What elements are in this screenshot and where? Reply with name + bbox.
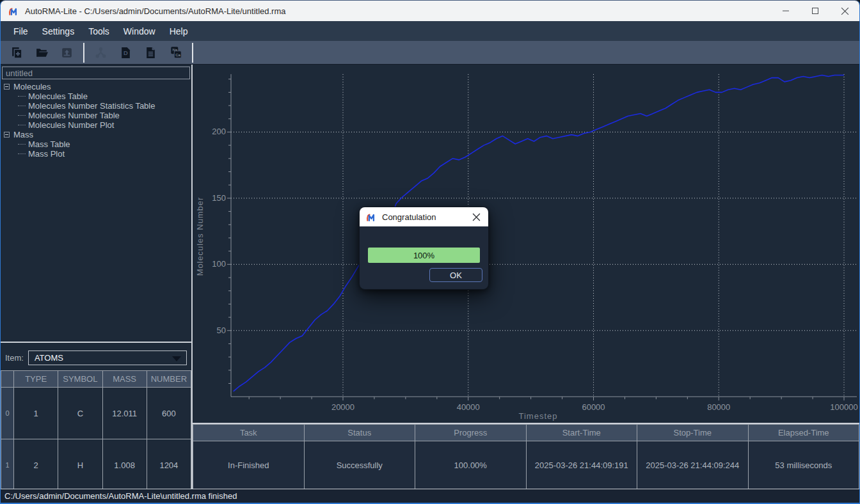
- atoms-col-type: TYPE: [14, 371, 58, 388]
- task-status-table: TaskStatusProgressStart-TimeStop-TimeEla…: [193, 424, 859, 489]
- svg-text:100: 100: [212, 259, 226, 269]
- atoms-cell: 1.008: [102, 439, 147, 491]
- atoms-col-number: NUMBER: [147, 371, 191, 388]
- task-col-task: Task: [193, 425, 305, 441]
- progress-bar: 100%: [368, 248, 480, 263]
- tree-item-mass[interactable]: Mass: [1, 130, 191, 139]
- window-title: AutoRMA-Lite - C:/Users/admin/Documents/…: [25, 6, 285, 16]
- menu-item-tools[interactable]: Tools: [81, 24, 116, 39]
- tree-item-mass-plot[interactable]: Mass Plot: [1, 149, 191, 159]
- item-dropdown-value: ATOMS: [35, 353, 63, 363]
- window-close-button[interactable]: [830, 1, 859, 21]
- menu-item-window[interactable]: Window: [116, 24, 163, 39]
- tree-item-molecules-number-table[interactable]: Molecules Number Table: [1, 111, 191, 120]
- atoms-cell: 1: [14, 388, 58, 439]
- ok-button[interactable]: OK: [429, 268, 482, 282]
- open-folder-button[interactable]: [32, 43, 52, 62]
- atoms-table: TYPESYMBOLMASSNUMBER 01C12.01160012H1.00…: [1, 370, 191, 491]
- row-index: 1: [1, 439, 14, 491]
- atoms-col-symbol: SYMBOL: [58, 371, 102, 388]
- task-cell: 2025-03-26 21:44:09:191: [526, 441, 637, 489]
- molecules-number-plot-area: 2000040000600008000010000050100150200Tim…: [193, 65, 859, 423]
- svg-text:100000: 100000: [830, 402, 857, 412]
- svg-text:20000: 20000: [331, 402, 354, 412]
- d-file-button[interactable]: D: [116, 43, 136, 62]
- svg-text:40000: 40000: [457, 402, 480, 412]
- status-message: C:/Users/admin/Documents/AutoRMA-Lite\un…: [4, 491, 237, 501]
- maximize-icon: [811, 7, 819, 15]
- svg-text:200: 200: [212, 127, 226, 136]
- elements-button[interactable]: NaCa: [166, 43, 186, 62]
- new-file-icon: [10, 46, 24, 59]
- task-table-header-row: TaskStatusProgressStart-TimeStop-TimeEla…: [193, 425, 859, 441]
- svg-text:150: 150: [212, 193, 226, 203]
- svg-text:Timestep: Timestep: [519, 411, 558, 421]
- import-icon: [60, 46, 74, 59]
- report-button[interactable]: [141, 43, 161, 62]
- item-select-row: Item: ATOMS: [1, 343, 191, 370]
- task-cell: 2025-03-26 21:44:09:244: [637, 441, 749, 489]
- tree-item-molecules-table[interactable]: Molecules Table: [1, 91, 191, 101]
- import-button: [57, 43, 77, 62]
- toolbar-separator: [192, 43, 193, 63]
- atoms-cell: H: [58, 439, 102, 491]
- app-logo-icon: [8, 6, 19, 17]
- svg-text:60000: 60000: [582, 402, 605, 412]
- collapse-icon[interactable]: [4, 132, 10, 138]
- task-col-stop-time: Stop-Time: [637, 425, 749, 441]
- menu-item-settings[interactable]: Settings: [35, 24, 82, 39]
- title-bar: AutoRMA-Lite - C:/Users/admin/Documents/…: [1, 1, 859, 21]
- collapse-icon[interactable]: [4, 84, 10, 90]
- svg-text:80000: 80000: [707, 402, 730, 412]
- task-col-status: Status: [304, 425, 415, 441]
- task-cell: 100.00%: [415, 441, 527, 489]
- item-dropdown[interactable]: ATOMS: [28, 350, 187, 365]
- tree-item-mass-table[interactable]: Mass Table: [1, 139, 191, 149]
- menu-item-file[interactable]: File: [6, 24, 35, 39]
- molecule-icon: [94, 46, 107, 59]
- atoms-cell: 12.011: [102, 388, 147, 439]
- atoms-col-mass: MASS: [102, 371, 147, 388]
- svg-text:50: 50: [217, 326, 226, 335]
- plot-panel: 2000040000600008000010000050100150200Tim…: [193, 65, 859, 489]
- window-minimize-button[interactable]: [771, 1, 800, 21]
- atoms-table-corner: [1, 371, 14, 388]
- task-cell: 53 milliseconds: [748, 441, 859, 489]
- svg-text:Molecules Number: Molecules Number: [195, 197, 205, 276]
- window-maximize-button[interactable]: [800, 1, 830, 21]
- item-label: Item:: [5, 353, 24, 363]
- menu-item-help[interactable]: Help: [163, 24, 195, 39]
- tree-item-molecules[interactable]: Molecules: [1, 82, 191, 91]
- new-file-button[interactable]: [7, 43, 27, 62]
- open-folder-icon: [35, 46, 49, 59]
- status-bar: C:/Users/admin/Documents/AutoRMA-Lite\un…: [1, 489, 859, 503]
- toolbar-separator: [83, 43, 84, 63]
- task-col-progress: Progress: [415, 425, 527, 441]
- molecule-button: [91, 43, 111, 62]
- tree-item-molecules-number-statistics-table[interactable]: Molecules Number Statistics Table: [1, 101, 191, 111]
- dropdown-arrow-icon: [172, 356, 181, 361]
- atoms-table-row: 12H1.0081204: [1, 439, 191, 491]
- toolbar: DNaCa: [1, 41, 859, 65]
- project-tree: MoleculesMolecules TableMolecules Number…: [1, 81, 191, 342]
- congratulation-dialog: Congratulation 100% OK: [359, 207, 489, 290]
- atoms-cell: C: [58, 388, 102, 439]
- elements-icon: NaCa: [169, 45, 183, 59]
- close-icon: [841, 7, 849, 15]
- document-title-field: untitled: [2, 67, 190, 79]
- atoms-cell: 2: [14, 439, 58, 491]
- task-cell: In-Finished: [193, 441, 305, 489]
- task-col-elapsed-time: Elapsed-Time: [748, 425, 859, 441]
- atoms-cell: 1204: [147, 439, 191, 491]
- row-index: 0: [1, 388, 14, 439]
- tree-item-molecules-number-plot[interactable]: Molecules Number Plot: [1, 120, 191, 130]
- task-table-row: In-FinishedSuccessfully100.00%2025-03-26…: [193, 441, 859, 489]
- dialog-title: Congratulation: [382, 212, 436, 222]
- app-window: AutoRMA-Lite - C:/Users/admin/Documents/…: [0, 0, 860, 504]
- dialog-title-bar: Congratulation: [360, 207, 488, 226]
- project-sidebar: untitled MoleculesMolecules TableMolecul…: [1, 65, 193, 489]
- d-file-icon: D: [119, 46, 132, 59]
- dialog-close-icon[interactable]: [470, 211, 482, 223]
- atoms-table-wrap: TYPESYMBOLMASSNUMBER 01C12.01160012H1.00…: [1, 370, 191, 491]
- window-controls: [771, 1, 859, 21]
